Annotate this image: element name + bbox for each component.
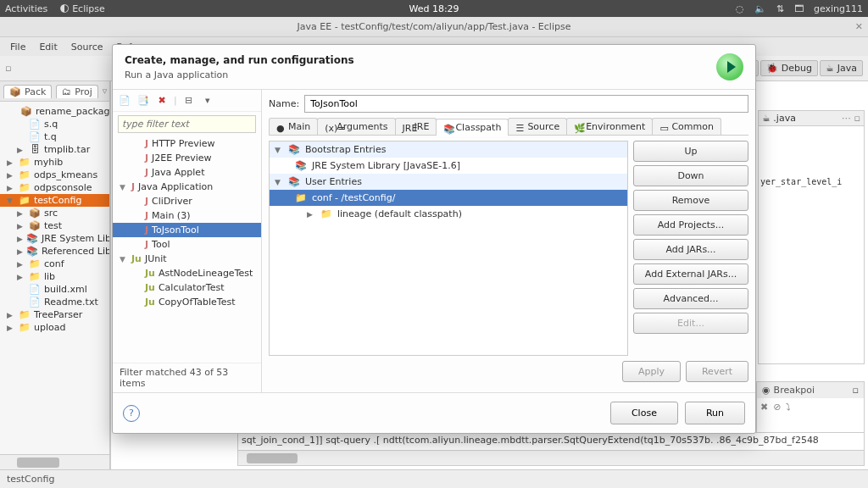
battery-icon[interactable]: 🗔 bbox=[794, 3, 804, 14]
cfg-item-ToJsonTool[interactable]: J ToJsonTool bbox=[113, 223, 261, 237]
tab-package-explorer[interactable]: 📦 Pack bbox=[3, 85, 52, 98]
pkg-item-testConfig[interactable]: ▼📁testConfig bbox=[0, 194, 109, 207]
menu-file[interactable]: File bbox=[5, 40, 31, 54]
delete-config-icon[interactable]: ✖ bbox=[155, 94, 169, 108]
pkg-item-TreeParser[interactable]: ▶📁TreeParser bbox=[0, 308, 109, 321]
tab-arguments[interactable]: (x)=Arguments bbox=[317, 118, 395, 135]
add-projects-button[interactable]: Add Projects... bbox=[633, 214, 748, 236]
pkg-item-JRE-System-Libr[interactable]: ▶📚JRE System Libr bbox=[0, 232, 109, 245]
classpath-conf-entry[interactable]: 📁 conf - /testConfig/ bbox=[270, 190, 627, 206]
filter-config-icon[interactable]: ▾ bbox=[201, 94, 214, 108]
user-entries[interactable]: ▼📚 User Entries bbox=[270, 174, 627, 190]
source-tab-icon: ☰ bbox=[515, 123, 524, 131]
clock[interactable]: Wed 18:29 bbox=[409, 3, 459, 14]
perspective-java[interactable]: ☕ Java bbox=[820, 60, 863, 76]
jre-tab-icon: JRE bbox=[403, 123, 411, 131]
tab-common[interactable]: ▭Common bbox=[652, 118, 721, 135]
editor-tab[interactable]: ☕ .java bbox=[762, 113, 796, 124]
name-input[interactable] bbox=[304, 95, 748, 113]
add-jars-button[interactable]: Add JARs... bbox=[633, 239, 748, 260]
cfg-item-Java-Application[interactable]: ▼J Java Application bbox=[113, 180, 261, 194]
cfg-item-HTTP-Preview[interactable]: J HTTP Preview bbox=[113, 136, 261, 151]
up-button[interactable]: Up bbox=[633, 141, 748, 162]
run-button[interactable]: Run bbox=[685, 402, 745, 424]
console-view[interactable]: sqt_join_cond_1]] sqt-query .[ ndtt(tcom… bbox=[237, 432, 865, 466]
main-tab-icon: ● bbox=[276, 123, 285, 131]
package-scroll-h[interactable] bbox=[0, 454, 109, 469]
menu-edit[interactable]: Edit bbox=[34, 40, 62, 54]
collapse-icon[interactable]: ⊟ bbox=[182, 94, 196, 108]
cfg-item-CliDriver[interactable]: J CliDriver bbox=[113, 194, 261, 208]
remove-button[interactable]: Remove bbox=[633, 190, 748, 211]
filter-input[interactable] bbox=[118, 115, 256, 133]
bootstrap-entries[interactable]: ▼📚 Bootstrap Entries bbox=[270, 141, 627, 158]
a11y-icon[interactable]: ◌ bbox=[736, 3, 744, 14]
cfg-item-JUnit[interactable]: ▼Ju JUnit bbox=[113, 252, 261, 266]
name-label: Name: bbox=[269, 98, 299, 109]
status-bar: testConfig bbox=[0, 469, 868, 488]
cfg-item-AstNodeLineageTest[interactable]: Ju AstNodeLineageTest bbox=[113, 266, 261, 280]
pkg-item-odps_kmeans[interactable]: ▶📁odps_kmeans bbox=[0, 169, 109, 181]
close-button[interactable]: Close bbox=[610, 402, 678, 424]
network-icon[interactable]: ⇅ bbox=[776, 3, 784, 14]
breakpoints-tab[interactable]: Breakpoi bbox=[774, 385, 815, 396]
cfg-item-Java-Applet[interactable]: J Java Applet bbox=[113, 165, 261, 180]
pkg-item-src[interactable]: ▶📦src bbox=[0, 207, 109, 219]
duplicate-config-icon[interactable]: 📑 bbox=[136, 94, 150, 108]
pkg-item-lib[interactable]: ▶📁lib bbox=[0, 270, 109, 283]
pkg-item-build-xml[interactable]: 📄build.xml bbox=[0, 283, 109, 296]
toolbar-new-icon[interactable]: ▫ bbox=[5, 63, 11, 74]
activities-button[interactable]: Activities bbox=[5, 3, 47, 14]
tab-project-explorer[interactable]: 🗂 Proj bbox=[56, 85, 98, 98]
pkg-item-t-q[interactable]: 📄t.q bbox=[0, 130, 109, 143]
cfg-item-CopyOfTableTest[interactable]: Ju CopyOfTableTest bbox=[113, 295, 261, 309]
classpath-tree[interactable]: ▼📚 Bootstrap Entries 📚 JRE System Librar… bbox=[269, 141, 628, 356]
revert-button[interactable]: Revert bbox=[686, 361, 748, 382]
pkg-item-Readme-txt[interactable]: 📄Readme.txt bbox=[0, 296, 109, 308]
pkg-item-s-q[interactable]: 📄s.q bbox=[0, 118, 109, 130]
window-close-button[interactable]: ✕ bbox=[855, 21, 863, 32]
bp-remove-icon[interactable]: ✖ bbox=[760, 402, 768, 413]
package-tree[interactable]: 📦rename_package📄s.q📄t.q▶🗄tmplib.tar▶📁myh… bbox=[0, 102, 109, 454]
dialog-subtitle: Run a Java application bbox=[125, 69, 354, 80]
tab-source[interactable]: ☰Source bbox=[508, 118, 567, 135]
configurations-tree[interactable]: J HTTP PreviewJ J2EE PreviewJ Java Apple… bbox=[113, 136, 261, 363]
view-toolbar-icon[interactable]: ⋯ ▫ bbox=[842, 113, 860, 124]
volume-icon[interactable]: 🔈 bbox=[754, 3, 766, 14]
tab-environment[interactable]: 🌿Environment bbox=[566, 118, 653, 135]
tab-jre[interactable]: JREJRE bbox=[395, 118, 437, 135]
jre-system-library[interactable]: 📚 JRE System Library [JavaSE-1.6] bbox=[270, 158, 627, 174]
cfg-item-Main-3-[interactable]: J Main (3) bbox=[113, 208, 261, 223]
user-menu[interactable]: gexing111 bbox=[814, 3, 863, 14]
tab-main[interactable]: ●Main bbox=[269, 118, 318, 135]
tab-classpath[interactable]: 📚Classpath bbox=[436, 119, 509, 136]
advanced-button[interactable]: Advanced... bbox=[633, 288, 748, 309]
down-button[interactable]: Down bbox=[633, 165, 748, 186]
add-external-jars-button[interactable]: Add External JARs... bbox=[633, 263, 748, 285]
pkg-item-rename_package[interactable]: 📦rename_package bbox=[0, 105, 109, 118]
editor-content: yer_star_level_i bbox=[759, 126, 864, 237]
pkg-item-odpsconsole[interactable]: ▶📁odpsconsole bbox=[0, 181, 109, 194]
bp-removeall-icon[interactable]: ⊘ bbox=[773, 402, 781, 413]
cfg-item-Tool[interactable]: J Tool bbox=[113, 237, 261, 252]
perspective-debug[interactable]: 🐞 Debug bbox=[760, 60, 818, 76]
pkg-item-upload[interactable]: ▶📁upload bbox=[0, 321, 109, 334]
new-config-icon[interactable]: 📄 bbox=[118, 94, 131, 108]
pkg-item-conf[interactable]: ▶📁conf bbox=[0, 258, 109, 270]
view-menu-icon[interactable]: ▿ bbox=[103, 86, 108, 97]
apply-button[interactable]: Apply bbox=[622, 361, 681, 382]
view-min-icon[interactable]: ▫ bbox=[853, 385, 859, 396]
taskbar-eclipse[interactable]: 🌓 Eclipse bbox=[59, 3, 105, 14]
arguments-tab-icon: (x)= bbox=[325, 123, 333, 131]
help-icon[interactable]: ? bbox=[123, 405, 140, 422]
cfg-item-CalculatorTest[interactable]: Ju CalculatorTest bbox=[113, 280, 261, 295]
classpath-lineage-entry[interactable]: ▶📁 lineage (default classpath) bbox=[270, 206, 627, 222]
pkg-item-Referenced-Libr[interactable]: ▶📚Referenced Libr bbox=[0, 245, 109, 258]
configurations-panel: 📄 📑 ✖ | ⊟ ▾ J HTTP PreviewJ J2EE Preview… bbox=[113, 90, 262, 392]
pkg-item-myhib[interactable]: ▶📁myhib bbox=[0, 156, 109, 169]
bp-skip-icon[interactable]: ⤵ bbox=[786, 402, 791, 413]
cfg-item-J2EE-Preview[interactable]: J J2EE Preview bbox=[113, 151, 261, 165]
pkg-item-test[interactable]: ▶📦test bbox=[0, 219, 109, 232]
pkg-item-tmplib-tar[interactable]: ▶🗄tmplib.tar bbox=[0, 143, 109, 156]
menu-source[interactable]: Source bbox=[66, 40, 108, 54]
